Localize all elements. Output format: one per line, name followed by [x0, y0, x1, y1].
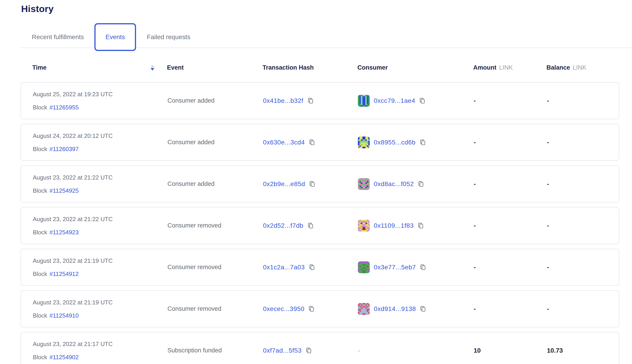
amount-value: - [474, 139, 476, 146]
block-label: Block [33, 312, 47, 319]
transaction-hash-link[interactable]: 0x630e...3cd4 [263, 139, 305, 146]
copy-consumer-address-button[interactable] [419, 139, 426, 146]
block-label: Block [33, 229, 47, 236]
consumer-address-link[interactable]: 0x8955...cd6b [374, 139, 416, 146]
transaction-hash-link[interactable]: 0x2d52...f7db [263, 222, 304, 229]
copy-icon [307, 97, 314, 104]
balance-header-label: Balance [546, 64, 570, 71]
consumer-avatar [358, 178, 370, 190]
block-line: Block#11265955 [33, 104, 79, 110]
amount-value: - [474, 264, 476, 271]
block-number-link[interactable]: #11254912 [50, 270, 79, 277]
tab-failed-requests[interactable]: Failed requests [147, 34, 190, 41]
block-number-link[interactable]: #11254923 [50, 229, 79, 236]
consumer-address-link[interactable]: 0xd914...9138 [374, 305, 416, 312]
transaction-hash-link[interactable]: 0x1c2a...7a03 [263, 264, 305, 271]
event-timestamp: August 24, 2022 at 20:12 UTC [33, 133, 112, 139]
tab-events-label: Events [106, 34, 125, 41]
copy-transaction-hash-button[interactable] [308, 264, 315, 271]
balance-value: - [547, 180, 549, 188]
copy-transaction-hash-button[interactable] [305, 347, 312, 354]
copy-transaction-hash-button[interactable] [307, 222, 314, 229]
amount-value: - [474, 305, 476, 312]
event-timestamp: August 23, 2022 at 21:17 UTC [33, 341, 112, 347]
consumer-address-link[interactable]: 0xd8ac...f052 [374, 180, 414, 188]
copy-icon [420, 306, 426, 312]
balance-value: - [547, 97, 549, 104]
copy-consumer-address-button[interactable] [418, 181, 424, 188]
tab-recent-fulfillments[interactable]: Recent fulfillments [32, 34, 84, 41]
event-type: Consumer removed [168, 305, 221, 312]
block-number-link[interactable]: #11254925 [50, 187, 79, 194]
balance-unit-label: LINK [573, 64, 586, 71]
table-row: August 23, 2022 at 21:19 UTC Block#11254… [20, 290, 619, 327]
sort-arrows-icon[interactable] [150, 65, 154, 70]
page-title: History [21, 4, 632, 14]
block-label: Block [33, 270, 47, 277]
block-line: Block#11254925 [33, 188, 79, 194]
consumer-address-link[interactable]: 0x1109...1f83 [374, 222, 414, 229]
table-row: August 24, 2022 at 20:12 UTC Block#11260… [20, 124, 619, 161]
copy-icon [419, 97, 426, 104]
event-type: Consumer added [168, 139, 214, 146]
copy-transaction-hash-button[interactable] [308, 306, 315, 312]
block-number-link[interactable]: #11260397 [50, 146, 79, 152]
event-timestamp: August 23, 2022 at 21:22 UTC [33, 174, 112, 181]
table-row: August 23, 2022 at 21:22 UTC Block#11254… [20, 207, 619, 244]
copy-icon [307, 222, 314, 229]
event-timestamp: August 23, 2022 at 21:22 UTC [33, 216, 112, 222]
transaction-hash-link[interactable]: 0xecec...3950 [263, 305, 304, 312]
consumer-empty-value: - [358, 347, 360, 354]
block-line: Block#11254912 [33, 271, 79, 277]
table-row: August 23, 2022 at 21:19 UTC Block#11254… [20, 249, 619, 286]
copy-icon [305, 347, 312, 354]
history-tabs: Recent fulfillments Events Failed reques… [20, 23, 632, 51]
balance-value: - [547, 264, 549, 271]
copy-consumer-address-button[interactable] [419, 97, 426, 104]
copy-consumer-address-button[interactable] [420, 306, 426, 312]
table-header-row: Time Event Transaction Hash Consumer Amo… [20, 60, 619, 76]
transaction-hash-link[interactable]: 0x41be...b32f [263, 97, 304, 104]
event-type: Consumer removed [168, 264, 221, 271]
events-table: August 25, 2022 at 19:23 UTC Block#11265… [0, 82, 632, 364]
copy-icon [419, 139, 426, 146]
event-timestamp: August 23, 2022 at 21:19 UTC [33, 299, 112, 306]
column-header-amount: AmountLINK [473, 64, 546, 71]
consumer-address-link[interactable]: 0xcc79...1ae4 [374, 97, 415, 104]
event-timestamp: August 23, 2022 at 21:19 UTC [33, 258, 112, 264]
column-header-transaction-hash: Transaction Hash [262, 64, 358, 71]
copy-icon [308, 264, 315, 271]
block-line: Block#11254902 [33, 354, 79, 360]
block-number-link[interactable]: #11254910 [50, 312, 79, 319]
copy-icon [418, 181, 424, 188]
block-number-link[interactable]: #11265955 [50, 104, 79, 111]
consumer-avatar [358, 220, 370, 232]
consumer-address-link[interactable]: 0x3e77...5eb7 [374, 264, 416, 271]
event-type: Consumer added [168, 97, 214, 104]
balance-value: 10.73 [547, 347, 563, 354]
copy-transaction-hash-button[interactable] [307, 97, 314, 104]
amount-value: - [474, 180, 476, 188]
table-row: August 23, 2022 at 21:17 UTC Block#11254… [20, 332, 619, 364]
copy-icon [309, 181, 316, 188]
copy-consumer-address-button[interactable] [420, 264, 426, 271]
transaction-hash-link[interactable]: 0xf7ad...5f53 [263, 347, 302, 354]
table-row: August 25, 2022 at 19:23 UTC Block#11265… [20, 82, 619, 119]
copy-transaction-hash-button[interactable] [308, 139, 315, 146]
transaction-hash-link[interactable]: 0x2b9e...e85d [263, 180, 305, 188]
balance-value: - [547, 222, 549, 229]
balance-value: - [547, 305, 549, 312]
amount-value: 10 [474, 347, 481, 354]
event-type: Subscription funded [168, 347, 222, 354]
event-type: Consumer added [168, 180, 214, 188]
consumer-avatar [358, 136, 370, 148]
column-header-time[interactable]: Time [32, 64, 167, 71]
tab-events[interactable]: Events [94, 23, 136, 51]
event-timestamp: August 25, 2022 at 19:23 UTC [33, 91, 112, 97]
amount-unit-label: LINK [499, 64, 513, 71]
block-number-link[interactable]: #11254902 [50, 354, 79, 360]
copy-transaction-hash-button[interactable] [309, 181, 316, 188]
copy-consumer-address-button[interactable] [417, 222, 424, 229]
copy-icon [420, 264, 426, 271]
block-label: Block [33, 146, 47, 152]
